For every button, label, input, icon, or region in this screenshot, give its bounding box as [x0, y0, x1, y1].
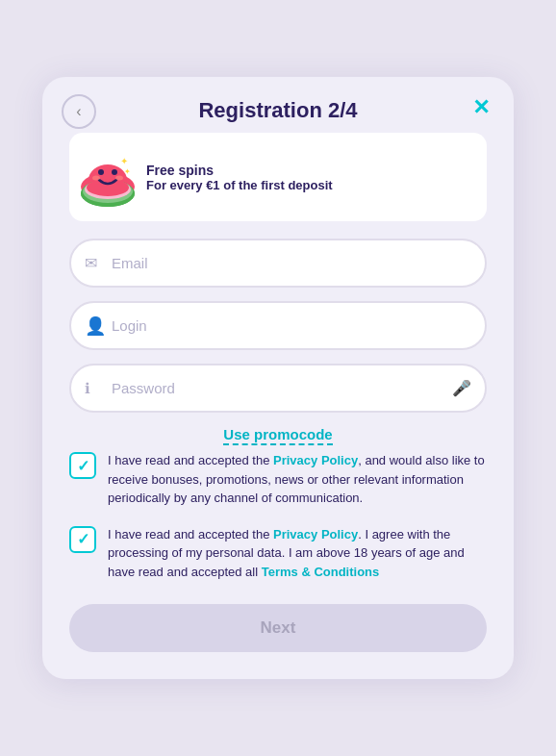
promo-description: For every €1 of the first deposit — [146, 178, 471, 192]
svg-text:✦: ✦ — [124, 167, 131, 176]
info-icon: ℹ — [85, 380, 90, 397]
login-wrap: 👤 — [69, 301, 487, 350]
close-button[interactable]: ✕ — [468, 94, 494, 121]
back-button[interactable]: ‹ — [62, 94, 96, 129]
mascot-image: ✦ ✦ — [69, 142, 146, 212]
checkmark-2: ✓ — [77, 530, 89, 548]
password-input[interactable] — [69, 364, 487, 413]
checkbox-label-2: I have read and accepted the Privacy Pol… — [108, 525, 487, 582]
mic-icon: 🎤 — [452, 379, 471, 397]
close-icon: ✕ — [472, 95, 490, 120]
terms-conditions-link[interactable]: Terms & Conditions — [262, 565, 380, 579]
checkbox-label-1: I have read and accepted the Privacy Pol… — [108, 451, 487, 508]
promo-banner: ✦ ✦ Free spins For every €1 of the first… — [69, 133, 487, 221]
user-icon: 👤 — [85, 315, 106, 337]
promo-title: Free spins — [146, 163, 471, 178]
form-section: ✉ 👤 ℹ 🎤 — [42, 239, 514, 413]
privacy-policy-link-2[interactable]: Privacy Policy — [273, 527, 358, 542]
mascot-svg: ✦ ✦ — [74, 143, 141, 211]
svg-point-9 — [92, 176, 100, 181]
password-wrap: ℹ 🎤 — [69, 364, 487, 413]
checkboxes-section: ✓ I have read and accepted the Privacy P… — [42, 451, 514, 581]
checkbox1-text-before: I have read and accepted the — [108, 453, 273, 467]
email-icon: ✉ — [85, 254, 97, 272]
svg-point-10 — [115, 176, 123, 181]
privacy-policy-link-1[interactable]: Privacy Policy — [273, 453, 358, 467]
email-input[interactable] — [69, 239, 487, 288]
svg-text:✦: ✦ — [120, 156, 128, 166]
promocode-section: Use promocode — [42, 426, 514, 445]
svg-point-8 — [112, 169, 117, 175]
promocode-link[interactable]: Use promocode — [223, 426, 332, 445]
svg-point-6 — [87, 179, 129, 196]
checkmark-1: ✓ — [77, 457, 89, 475]
email-wrap: ✉ — [69, 239, 487, 288]
back-icon: ‹ — [76, 103, 81, 120]
next-button[interactable]: Next — [69, 604, 487, 652]
modal-header: ‹ Registration 2/4 ✕ — [42, 77, 514, 133]
registration-modal: ‹ Registration 2/4 ✕ — [42, 77, 514, 679]
svg-point-7 — [98, 169, 104, 175]
modal-title: Registration 2/4 — [198, 98, 357, 123]
checkbox-1[interactable]: ✓ — [69, 452, 96, 479]
checkbox2-text-before: I have read and accepted the — [108, 527, 273, 542]
checkbox-row-2: ✓ I have read and accepted the Privacy P… — [69, 525, 487, 582]
checkbox-row-1: ✓ I have read and accepted the Privacy P… — [69, 451, 487, 508]
checkbox-2[interactable]: ✓ — [69, 526, 96, 553]
promo-text: Free spins For every €1 of the first dep… — [146, 163, 471, 192]
login-input[interactable] — [69, 301, 487, 350]
